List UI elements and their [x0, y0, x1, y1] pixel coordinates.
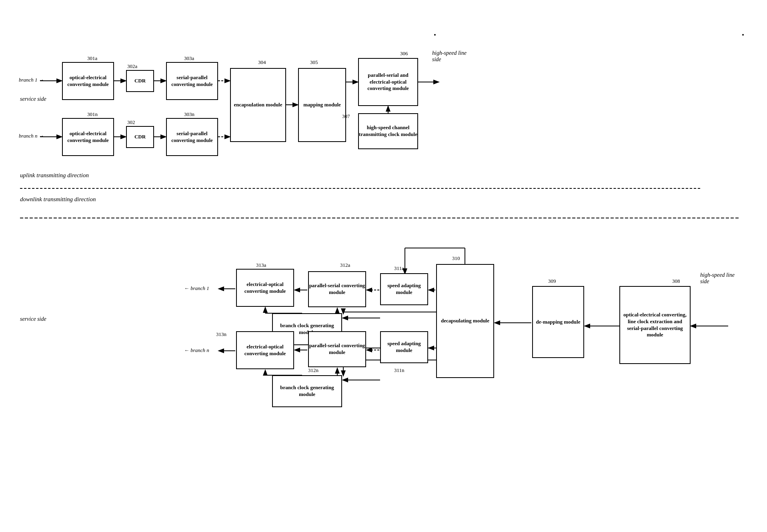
ref-311a: 311a — [394, 265, 404, 272]
ref-301n: 301n — [87, 111, 98, 118]
ref-305: 305 — [310, 59, 318, 66]
dot-decoration2 — [742, 34, 744, 36]
module-307: high-speed channel transmitting clock mo… — [358, 113, 418, 149]
module-309: de-mapping module — [532, 286, 584, 358]
module-311n: speed adapting module — [380, 331, 428, 363]
module-310: decapsulating module — [436, 264, 494, 378]
ref-308: 308 — [672, 278, 680, 284]
module-313n: electrical-optical converting module — [236, 331, 294, 369]
module-305: mapping module — [298, 68, 346, 142]
module-303a: serial-parallel converting module — [166, 62, 218, 100]
ref-303a: 303a — [184, 55, 194, 62]
dot-decoration — [434, 34, 436, 36]
high-speed-line-label-down: high-speed lineside — [700, 272, 735, 285]
module-308: optical-electrical converting, line cloc… — [619, 286, 691, 364]
module-301a: optical-electrical converting module — [62, 62, 114, 100]
ref-312a: 312a — [340, 262, 350, 268]
ref-303n: 303n — [184, 111, 194, 118]
module-313a: electrical-optical converting module — [236, 269, 294, 307]
downlink-direction-label: downlink transmitting direction — [20, 196, 96, 203]
ref-307: 307 — [342, 113, 350, 120]
ref-301a: 301a — [87, 55, 97, 62]
ref-310: 310 — [452, 255, 460, 262]
ref-304: 304 — [258, 59, 266, 66]
module-311a: speed adapting module — [380, 273, 428, 305]
ref-313a: 313a — [256, 262, 266, 268]
ref-302n: 302 — [127, 119, 135, 126]
ref-311n: 311n — [394, 367, 405, 374]
module-312a: parallel-serial converting module — [308, 271, 366, 307]
service-side-label-down: service side — [20, 316, 46, 322]
module-312n: parallel-serial converting module — [308, 331, 366, 367]
high-speed-line-label-up: high-speed lineside — [432, 50, 467, 63]
module-306: parallel-serial and electrical-optical c… — [358, 58, 418, 106]
module-304: encapsulation module — [230, 68, 286, 142]
divider-line — [20, 188, 700, 189]
branch1-up-label: branch 1 → — [19, 77, 44, 83]
service-side-label-up: service side — [20, 96, 46, 102]
ref-312n: 312n — [308, 367, 318, 374]
branchn-up-label: branch n → — [19, 133, 44, 139]
ref-309: 309 — [548, 278, 556, 284]
module-cdr-n: CDR — [126, 126, 154, 148]
diagram-container: service side branch 1 → optical-electric… — [0, 0, 767, 532]
module-301n: optical-electrical converting module — [62, 118, 114, 156]
ref-306: 306 — [400, 50, 408, 57]
branchn-down-label: ← branch n — [184, 347, 209, 354]
ref-302a: 302a — [127, 63, 137, 70]
uplink-direction-label: uplink transmitting direction — [20, 172, 89, 179]
ref-313n: 313n — [216, 331, 226, 338]
branch1-down-label: ← branch 1 — [184, 285, 209, 292]
module-bcg2: branch clock generating module — [272, 375, 342, 407]
module-303n: serial-parallel converting module — [166, 118, 218, 156]
module-cdr-a: CDR — [126, 70, 154, 92]
